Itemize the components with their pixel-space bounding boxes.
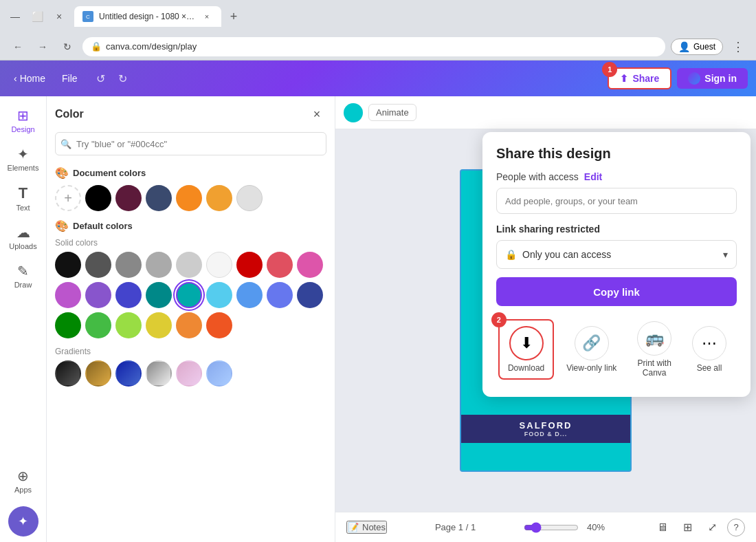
animation-label: Animate — [376, 107, 409, 118]
sidebar-label-draw: Draw — [14, 281, 32, 289]
page-info: Page 1 / 1 — [435, 522, 476, 532]
sidebar-item-apps[interactable]: ⊕ Apps — [4, 462, 43, 499]
doc-color-swatch[interactable] — [115, 185, 142, 211]
color-picker-preview[interactable] — [344, 103, 363, 122]
solid-swatch[interactable] — [206, 282, 232, 308]
color-panel-close-button[interactable]: × — [307, 105, 326, 124]
grid-view-button[interactable]: ⊞ — [678, 518, 697, 537]
people-access-label: People with access — [496, 171, 579, 182]
gradient-swatch[interactable] — [206, 360, 232, 387]
solid-swatch[interactable] — [176, 252, 202, 278]
help-button[interactable]: ? — [727, 519, 745, 536]
solid-swatch[interactable] — [115, 252, 142, 278]
browser-more-button[interactable]: ⋮ — [729, 37, 748, 56]
gradient-swatch[interactable] — [146, 360, 172, 387]
solid-swatch[interactable] — [297, 282, 323, 308]
signin-button[interactable]: Sign in — [677, 68, 748, 89]
solid-swatch[interactable] — [85, 282, 111, 308]
color-panel: Color × 🔍 🎨 Document colors + 🎨 Default … — [47, 96, 335, 542]
gradient-swatch[interactable] — [85, 360, 111, 387]
signin-label: Sign in — [704, 73, 737, 84]
document-colors-title: 🎨 Document colors — [55, 166, 326, 180]
solid-swatch[interactable] — [146, 252, 172, 278]
solid-swatch[interactable] — [176, 312, 202, 338]
doc-color-swatch[interactable] — [206, 185, 232, 211]
profile-button[interactable]: 👤 Guest — [671, 39, 723, 55]
solid-swatch[interactable] — [236, 282, 263, 308]
solid-swatch[interactable] — [236, 252, 263, 278]
solid-swatch[interactable] — [206, 312, 232, 338]
add-people-input[interactable] — [496, 188, 737, 214]
gradients-label: Gradients — [55, 347, 326, 356]
home-button[interactable]: ‹ Home — [8, 70, 51, 87]
color-search-wrapper: 🔍 — [55, 132, 326, 155]
solid-swatch[interactable] — [55, 252, 81, 278]
sidebar-item-elements[interactable]: ✦ Elements — [4, 140, 43, 177]
doc-color-swatch-white[interactable] — [236, 185, 263, 211]
sidebar-item-uploads[interactable]: ☁ Uploads — [4, 219, 43, 256]
gradient-swatch[interactable] — [176, 360, 202, 387]
magic-button[interactable]: ✦ — [8, 506, 38, 536]
browser-window-controls[interactable]: — ⬜ × — [5, 7, 69, 26]
solid-swatch[interactable] — [85, 252, 111, 278]
solid-swatch[interactable] — [115, 312, 142, 338]
sidebar-label-apps: Apps — [14, 486, 32, 494]
solid-swatch[interactable] — [176, 282, 202, 308]
edit-link[interactable]: Edit — [584, 171, 602, 182]
browser-chrome: — ⬜ × C Untitled design - 1080 × 108 × + — [0, 0, 756, 33]
profile-label: Guest — [693, 42, 715, 52]
active-tab[interactable]: C Untitled design - 1080 × 108 × — [74, 6, 221, 27]
left-sidebar: ⊞ Design ✦ Elements T Text ☁ Uploads ✎ D… — [0, 96, 47, 542]
file-menu[interactable]: File — [56, 70, 83, 87]
app-toolbar: ‹ Home File ↺ ↻ 1 ⬆ Share Sign in — [0, 61, 756, 96]
copy-link-button[interactable]: Copy link — [496, 277, 737, 306]
doc-color-swatch[interactable] — [176, 185, 202, 211]
gradient-swatch[interactable] — [55, 360, 81, 387]
back-button[interactable]: ← — [8, 37, 27, 56]
link-sharing-label: Link sharing restricted — [496, 224, 737, 235]
tab-close-button[interactable]: × — [201, 10, 213, 23]
gradient-swatch[interactable] — [115, 360, 142, 387]
solid-swatch[interactable] — [297, 252, 323, 278]
fullscreen-button[interactable]: ⤢ — [702, 518, 722, 537]
undo-button[interactable]: ↺ — [91, 69, 111, 88]
desktop-view-button[interactable]: 🖥 — [653, 518, 672, 537]
print-action[interactable]: 🚌 Print with Canva — [629, 316, 680, 383]
url-text: canva.com/design/play — [106, 41, 197, 52]
download-action[interactable]: ⬇ Download — [498, 319, 554, 380]
view-only-action[interactable]: 🔗 View-only link — [558, 321, 625, 378]
refresh-button[interactable]: ↻ — [58, 37, 77, 56]
minimize-button[interactable]: — — [5, 7, 25, 26]
view-only-icon-wrapper: 🔗 — [575, 326, 609, 360]
default-colors-title: 🎨 Default colors — [55, 219, 326, 232]
notes-button[interactable]: 📝 Notes — [346, 521, 387, 534]
solid-swatch[interactable] — [206, 252, 232, 278]
access-dropdown[interactable]: 🔒 Only you can access ▾ — [496, 240, 737, 269]
solid-swatch[interactable] — [146, 282, 172, 308]
address-bar-row: ← → ↻ 🔒 canva.com/design/play 👤 Guest ⋮ — [0, 33, 756, 61]
forward-button[interactable]: → — [33, 37, 52, 56]
solid-swatch[interactable] — [267, 282, 293, 308]
solid-swatch[interactable] — [267, 252, 293, 278]
doc-color-swatch[interactable] — [146, 185, 172, 211]
address-bar[interactable]: 🔒 canva.com/design/play — [82, 37, 665, 56]
close-button[interactable]: × — [49, 7, 69, 26]
new-tab-button[interactable]: + — [224, 7, 243, 26]
solid-swatch[interactable] — [85, 312, 111, 338]
animation-button[interactable]: Animate — [368, 104, 416, 121]
sidebar-item-design[interactable]: ⊞ Design — [4, 102, 43, 139]
color-search-input[interactable] — [55, 132, 326, 155]
see-all-action[interactable]: ⋯ See all — [684, 321, 735, 378]
share-button[interactable]: ⬆ Share — [608, 67, 671, 89]
solid-swatch[interactable] — [146, 312, 172, 338]
zoom-slider[interactable] — [524, 522, 579, 533]
doc-color-swatch[interactable] — [85, 185, 111, 211]
solid-swatch[interactable] — [55, 312, 81, 338]
solid-swatch[interactable] — [55, 282, 81, 308]
sidebar-item-text[interactable]: T Text — [4, 179, 43, 217]
sidebar-item-draw[interactable]: ✎ Draw — [4, 257, 43, 294]
redo-button[interactable]: ↻ — [113, 69, 133, 88]
maximize-button[interactable]: ⬜ — [27, 7, 47, 26]
add-color-button[interactable]: + — [55, 185, 81, 211]
solid-swatch[interactable] — [115, 282, 142, 308]
